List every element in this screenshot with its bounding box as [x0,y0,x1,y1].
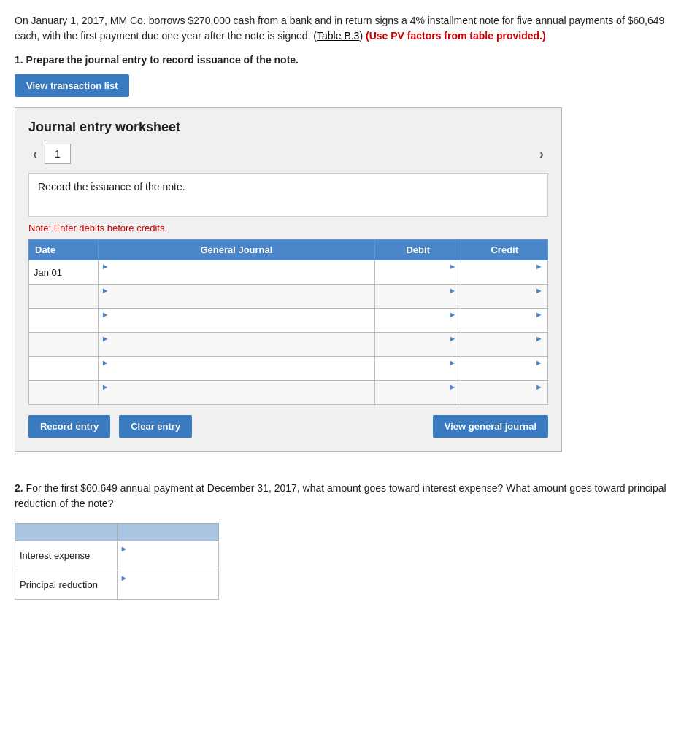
table-row: ►►► [29,333,548,357]
arrow-icon: ► [449,358,457,367]
arrow-icon: ► [120,543,128,555]
date-cell: Jan 01 [29,260,99,285]
question2-text: 2. For the first $60,649 annual payment … [15,481,685,511]
gj-input[interactable] [101,320,372,332]
arrow-icon: ► [449,262,457,271]
credit-input[interactable] [464,392,545,404]
arrow-icon: ► [535,358,543,367]
debit-cell[interactable]: ► [374,357,461,381]
debit-cell[interactable]: ► [374,333,461,357]
credit-cell[interactable]: ► [461,260,548,285]
date-cell [29,333,99,357]
section2: 2. For the first $60,649 annual payment … [15,481,685,600]
table-row: ►►► [29,381,548,405]
arrow-icon: ► [101,310,109,319]
general-journal-cell[interactable]: ► [98,381,374,405]
debit-input[interactable] [378,344,458,356]
q1-number: 1. [15,54,23,66]
debit-input[interactable] [378,271,458,284]
q1-text: Prepare the journal entry to record issu… [26,54,299,66]
table-row: ►►► [29,285,548,309]
general-journal-cell[interactable]: ► [98,260,374,285]
arrow-icon: ► [101,334,109,343]
general-journal-cell[interactable]: ► [98,285,374,309]
answer-table: Interest expense►Principal reduction► [15,523,219,600]
date-cell [29,381,99,405]
arrow-icon: ► [101,286,109,295]
next-page-button[interactable]: › [535,147,548,162]
worksheet-nav: ‹ 1 › [28,144,548,164]
credit-cell[interactable]: ► [461,333,548,357]
gj-input[interactable] [101,344,372,356]
table-b3-link[interactable]: Table B.3 [317,30,359,42]
principal-reduction-label: Principal reduction [15,570,118,600]
general-journal-cell[interactable]: ► [98,333,374,357]
worksheet-title: Journal entry worksheet [28,120,548,135]
arrow-icon: ► [535,262,543,271]
credit-input[interactable] [464,271,545,284]
debit-cell[interactable]: ► [374,285,461,309]
arrow-icon: ► [101,358,109,367]
credit-cell[interactable]: ► [461,309,548,333]
col-header-general-journal: General Journal [98,240,374,260]
list-item: Principal reduction► [15,570,219,600]
table-row: ►►► [29,357,548,381]
general-journal-cell[interactable]: ► [98,309,374,333]
journal-entry-worksheet: Journal entry worksheet ‹ 1 › Record the… [15,107,562,452]
credit-cell[interactable]: ► [461,381,548,405]
journal-table: Date General Journal Debit Credit Jan 01… [28,239,548,405]
arrow-icon: ► [120,572,128,584]
table-row: Jan 01►►► [29,260,548,285]
debit-input[interactable] [378,295,458,308]
arrow-icon: ► [449,334,457,343]
table-link-text: Table B.3 [317,30,359,42]
credit-input[interactable] [464,295,545,308]
question1-label: 1. Prepare the journal entry to record i… [15,54,685,66]
col-header-debit: Debit [374,240,461,260]
action-buttons: Record entry Clear entry View general jo… [28,415,548,438]
debit-input[interactable] [378,392,458,404]
table-row: ►►► [29,309,548,333]
date-cell [29,285,99,309]
credit-input[interactable] [464,320,545,332]
arrow-icon: ► [535,310,543,319]
debit-cell[interactable]: ► [374,309,461,333]
debit-input[interactable] [378,368,458,380]
gj-input[interactable] [101,295,372,308]
principal-reduction-input[interactable] [120,586,215,598]
arrow-icon: ► [449,310,457,319]
description-box: Record the issuance of the note. [28,173,548,217]
q2-text: For the first $60,649 annual payment at … [15,482,666,509]
q2-number: 2. [15,482,23,494]
general-journal-cell[interactable]: ► [98,357,374,381]
interest-expense-input[interactable] [120,557,215,569]
interest-expense-label: Interest expense [15,541,118,570]
credit-cell[interactable]: ► [461,285,548,309]
arrow-icon: ► [101,382,109,391]
record-entry-button[interactable]: Record entry [28,415,110,438]
page-number: 1 [45,144,71,164]
view-general-journal-button[interactable]: View general journal [433,415,548,438]
gj-input[interactable] [101,392,372,404]
gj-input[interactable] [101,368,372,380]
credit-cell[interactable]: ► [461,357,548,381]
view-transaction-button[interactable]: View transaction list [15,74,129,97]
gj-input[interactable] [101,271,372,284]
col-header-credit: Credit [461,240,548,260]
credit-input[interactable] [464,344,545,356]
clear-entry-button[interactable]: Clear entry [119,415,192,438]
principal-reduction-value[interactable]: ► [117,570,218,600]
interest-expense-value[interactable]: ► [117,541,218,570]
col-header-date: Date [29,240,99,260]
answer-col-value [117,524,218,541]
list-item: Interest expense► [15,541,219,570]
date-cell [29,357,99,381]
debit-input[interactable] [378,320,458,332]
prev-page-button[interactable]: ‹ [28,147,42,162]
red-instruction: (Use PV factors from table provided.) [366,30,546,42]
date-cell [29,309,99,333]
debit-cell[interactable]: ► [374,260,461,285]
note-text: Note: Enter debits before credits. [28,222,548,233]
credit-input[interactable] [464,368,545,380]
debit-cell[interactable]: ► [374,381,461,405]
